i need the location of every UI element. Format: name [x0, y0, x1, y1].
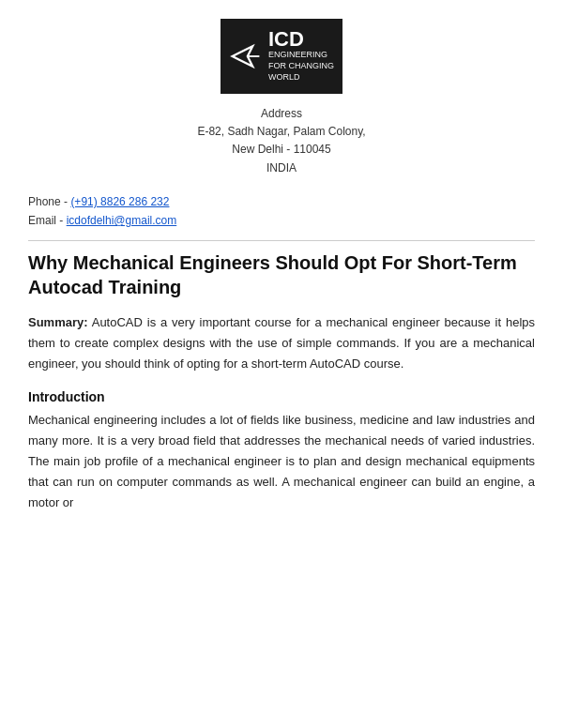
address-line3: INDIA: [197, 159, 365, 177]
intro-body: Mechanical engineering includes a lot of…: [28, 410, 535, 513]
divider: [28, 240, 535, 241]
email-label: Email -: [28, 214, 67, 227]
article-title: Why Mechanical Engineers Should Opt For …: [28, 250, 535, 299]
address-line1: E-82, Sadh Nagar, Palam Colony,: [197, 123, 365, 141]
intro-heading: Introduction: [28, 389, 535, 404]
logo-icd-text: ICD: [268, 29, 334, 50]
summary-label: Summary:: [28, 315, 88, 329]
summary-text: AutoCAD is a very important course for a…: [28, 315, 535, 371]
tagline-line1: ENGINEERING: [268, 50, 327, 59]
header: ICD ENGINEERING FOR CHANGING WORLD Addre…: [28, 19, 535, 177]
logo-inner: ICD ENGINEERING FOR CHANGING WORLD: [229, 29, 334, 83]
phone-label: Phone -: [28, 195, 70, 208]
email-link[interactable]: icdofdelhi@gmail.com: [67, 214, 177, 227]
address-line2: New Delhi - 110045: [197, 141, 365, 159]
tagline-line3: WORLD: [268, 72, 300, 82]
page: ICD ENGINEERING FOR CHANGING WORLD Addre…: [0, 0, 563, 728]
logo-icon: [229, 39, 263, 73]
address-label: Address: [197, 105, 365, 123]
tagline-line2: FOR CHANGING: [268, 61, 334, 70]
contact-section: Phone - (+91) 8826 286 232 Email - icdof…: [28, 192, 535, 231]
summary-paragraph: Summary: AutoCAD is a very important cou…: [28, 312, 535, 374]
address-section: Address E-82, Sadh Nagar, Palam Colony, …: [197, 105, 365, 177]
phone-line: Phone - (+91) 8826 286 232: [28, 192, 535, 211]
logo-text-block: ICD ENGINEERING FOR CHANGING WORLD: [268, 29, 334, 83]
intro-section: Introduction Mechanical engineering incl…: [28, 389, 535, 513]
logo-box: ICD ENGINEERING FOR CHANGING WORLD: [221, 19, 342, 94]
logo-tagline: ENGINEERING FOR CHANGING WORLD: [268, 50, 334, 83]
email-line: Email - icdofdelhi@gmail.com: [28, 211, 535, 230]
phone-link[interactable]: (+91) 8826 286 232: [70, 195, 169, 208]
